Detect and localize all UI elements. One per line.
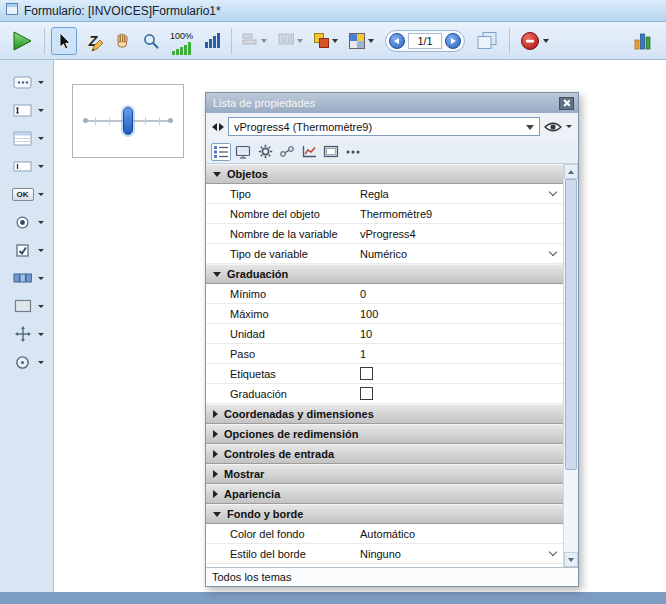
property-value[interactable]: vProgress4 [356,224,563,243]
chevron-down-icon[interactable] [38,221,44,224]
chevron-down-icon[interactable] [543,39,549,43]
chevron-down-icon[interactable] [38,81,44,84]
scroll-down-button[interactable] [564,552,578,567]
property-value-text: Regla [360,188,389,200]
scroll-thumb[interactable] [565,179,577,470]
chevron-down-icon[interactable] [549,548,557,556]
panel-titlebar[interactable]: Lista de propiedades [206,93,578,113]
stop-button[interactable] [516,27,553,55]
pages-button[interactable] [472,27,503,55]
tool-button-grid[interactable] [10,268,44,288]
chevron-down-icon[interactable] [549,188,557,196]
tab-screen[interactable] [321,143,341,161]
zoom-level-control[interactable]: 100% [167,26,196,56]
tool-input-field[interactable] [10,156,44,176]
chevron-down-icon[interactable] [297,39,303,43]
property-value[interactable]: Numérico [356,244,563,263]
ellipsis-icon [346,149,360,155]
chevron-down-icon[interactable] [38,109,44,112]
chart-button[interactable] [629,27,656,55]
previous-page-button[interactable] [389,33,405,49]
edit-method-button[interactable]: Z [80,27,106,55]
chevron-down-icon[interactable] [332,39,338,43]
section-header-opciones-de-redimension[interactable]: Opciones de redimensión [206,424,563,444]
zoom-presets-control[interactable] [199,27,225,55]
property-value[interactable]: Regla [356,184,563,203]
align-button[interactable] [238,27,271,55]
chevron-down-icon[interactable] [38,277,44,280]
chevron-down-icon[interactable] [38,361,44,364]
next-page-button[interactable] [445,33,461,49]
tool-text-area[interactable] [10,100,44,120]
next-object-icon[interactable] [219,123,224,131]
section-header-objetos[interactable]: Objetos [206,164,563,184]
slider-thumb[interactable] [123,107,133,135]
run-button[interactable] [6,27,38,55]
vertical-scrollbar[interactable] [563,164,578,567]
chevron-down-icon[interactable] [38,137,44,140]
expand-icon [213,430,218,438]
previous-object-icon[interactable] [212,123,217,131]
object-tools-icon [10,72,36,92]
chevron-down-icon[interactable] [38,193,44,196]
ruler-object[interactable] [72,84,184,158]
toolbar-separator [231,28,232,54]
property-value[interactable]: 0 [356,284,563,303]
section-header-graduacion[interactable]: Graduación [206,264,563,284]
style-button[interactable] [345,27,378,55]
property-row-nombre-de-la-variable: Nombre de la variablevProgress4 [206,224,563,244]
property-value[interactable] [356,384,563,403]
tab-display[interactable] [233,143,253,161]
chevron-down-icon[interactable] [38,305,44,308]
distribute-button[interactable] [274,27,307,55]
chevron-down-icon[interactable] [38,333,44,336]
close-button[interactable] [559,97,574,110]
tab-chart[interactable] [299,143,319,161]
section-header-coordenadas-y-dimensiones[interactable]: Coordenadas y dimensiones [206,404,563,424]
tool-object-tools[interactable] [10,72,44,92]
tool-ok-button[interactable]: OK [10,184,44,204]
color-button[interactable] [310,27,342,55]
property-value[interactable]: 100 [356,304,563,323]
property-label: Etiquetas [206,364,356,383]
chevron-down-icon[interactable] [549,248,557,256]
section-header-apariencia[interactable]: Apariencia [206,484,563,504]
property-value-text: Numérico [360,248,407,260]
pan-tool-button[interactable] [109,27,135,55]
chevron-down-icon[interactable] [38,249,44,252]
scroll-up-button[interactable] [564,164,578,179]
chevron-down-icon[interactable] [261,39,267,43]
visibility-control[interactable] [544,121,572,133]
scroll-track[interactable] [564,179,578,552]
tab-events[interactable] [277,143,297,161]
property-value[interactable]: Thermomètre9 [356,204,563,223]
checkbox[interactable] [360,387,373,400]
object-selector-combo[interactable]: vProgress4 (Thermomètre9) [228,117,540,136]
property-value[interactable]: 10 [356,324,563,343]
property-value[interactable]: 1 [356,344,563,363]
chevron-down-icon[interactable] [566,125,572,128]
tool-checkbox[interactable] [10,240,44,260]
section-header-mostrar[interactable]: Mostrar [206,464,563,484]
tab-more[interactable] [343,143,363,161]
tool-radio-button[interactable] [10,212,44,232]
tool-splitter[interactable] [10,324,44,344]
tool-rectangle[interactable] [10,296,44,316]
toolbar-separator [44,28,45,54]
chevron-down-icon[interactable] [368,39,374,43]
tab-settings[interactable] [255,143,275,161]
property-value[interactable]: Automático [356,524,563,543]
pointer-tool-button[interactable] [51,27,77,55]
section-header-controles-de-entrada[interactable]: Controles de entrada [206,444,563,464]
checkbox[interactable] [360,367,373,380]
tool-indicator[interactable] [10,352,44,372]
property-value[interactable]: Ninguno [356,544,563,563]
object-navigator[interactable] [212,123,224,131]
property-value[interactable] [356,364,563,383]
tool-list-box[interactable] [10,128,44,148]
zoom-tool-button[interactable] [138,27,164,55]
chevron-down-icon[interactable] [38,165,44,168]
section-header-fondo-y-borde[interactable]: Fondo y borde [206,504,563,524]
tab-properties-list[interactable] [211,143,231,161]
radio-button-icon [10,212,36,232]
